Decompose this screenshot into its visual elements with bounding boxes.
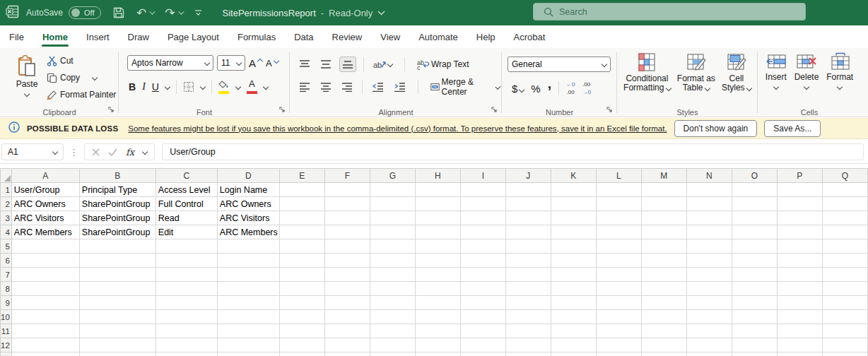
cell-G10[interactable] [370, 310, 415, 324]
cell-C10[interactable] [156, 310, 217, 324]
cell-J7[interactable] [505, 268, 551, 282]
cell-E5[interactable] [279, 239, 324, 254]
cell-N12[interactable] [686, 338, 732, 352]
cell-D3[interactable]: ARC Visitors [217, 211, 279, 225]
delete-cells-dropdown-icon[interactable] [804, 84, 809, 90]
cell-H13[interactable] [415, 352, 460, 356]
cell-E10[interactable] [279, 310, 324, 324]
cell-E9[interactable] [279, 296, 324, 310]
cell-D2[interactable]: ARC Owners [217, 197, 279, 211]
column-header-N[interactable]: N [686, 169, 732, 183]
row-header-4[interactable]: 4 [1, 225, 12, 239]
cell-M10[interactable] [641, 310, 686, 324]
cell-B11[interactable] [79, 324, 156, 338]
cell-J8[interactable] [505, 282, 551, 296]
increase-indent-button[interactable] [392, 80, 408, 94]
cell-G1[interactable] [370, 183, 415, 197]
row-header-8[interactable]: 8 [1, 282, 12, 296]
cell-K3[interactable] [551, 211, 596, 225]
insert-function-button[interactable]: fx [126, 147, 134, 158]
cell-P3[interactable] [777, 211, 822, 225]
cell-D9[interactable] [217, 296, 279, 310]
warning-message-link[interactable]: Some features might be lost if you save … [128, 124, 667, 133]
copy-dropdown-icon[interactable] [92, 75, 98, 81]
percent-format-button[interactable]: % [531, 83, 540, 95]
cell-O5[interactable] [732, 239, 777, 254]
cell-L5[interactable] [596, 239, 641, 254]
cell-G13[interactable] [370, 352, 415, 356]
cell-A12[interactable] [11, 338, 79, 352]
tab-acrobat[interactable]: Acrobat [505, 25, 555, 48]
cell-D5[interactable] [217, 239, 279, 254]
cell-H6[interactable] [415, 254, 460, 268]
copy-button[interactable]: Copy [47, 69, 116, 86]
cell-C12[interactable] [156, 338, 217, 352]
formula-bar-input[interactable]: User/Group [162, 143, 864, 160]
select-all-button[interactable] [1, 169, 12, 183]
column-header-F[interactable]: F [324, 169, 370, 183]
underline-dropdown-icon[interactable] [165, 84, 170, 90]
cell-I2[interactable] [460, 197, 505, 211]
cell-A13[interactable] [11, 352, 79, 356]
cell-J4[interactable] [505, 225, 551, 239]
row-header-5[interactable]: 5 [1, 239, 12, 254]
cell-I12[interactable] [460, 338, 505, 352]
cell-E11[interactable] [279, 324, 324, 338]
cell-F6[interactable] [324, 254, 370, 268]
cell-M8[interactable] [641, 282, 686, 296]
cell-M9[interactable] [641, 296, 686, 310]
cell-J2[interactable] [505, 197, 551, 211]
number-dialog-launcher-icon[interactable] [606, 105, 613, 115]
cell-L3[interactable] [596, 211, 641, 225]
cell-I7[interactable] [460, 268, 505, 282]
cell-G4[interactable] [370, 225, 415, 239]
cell-F10[interactable] [324, 310, 370, 324]
cell-O12[interactable] [732, 338, 777, 352]
cell-Q13[interactable] [822, 352, 867, 356]
cell-G8[interactable] [370, 282, 415, 296]
cell-E7[interactable] [279, 268, 324, 282]
cell-H8[interactable] [415, 282, 460, 296]
cell-P7[interactable] [777, 268, 822, 282]
column-header-C[interactable]: C [156, 169, 217, 183]
cell-C13[interactable] [156, 352, 217, 356]
conditional-formatting-dropdown-icon[interactable] [666, 85, 671, 91]
cell-G9[interactable] [370, 296, 415, 310]
customize-quick-access-icon[interactable] [194, 8, 203, 17]
save-button[interactable] [112, 6, 125, 19]
row-header-6[interactable]: 6 [1, 254, 12, 268]
cell-I4[interactable] [460, 225, 505, 239]
paste-dropdown-icon[interactable] [24, 91, 30, 97]
cell-E12[interactable] [279, 338, 324, 352]
cell-C7[interactable] [156, 268, 217, 282]
cell-H5[interactable] [415, 239, 460, 254]
cell-D12[interactable] [217, 338, 279, 352]
cell-J3[interactable] [505, 211, 551, 225]
cell-B8[interactable] [79, 282, 156, 296]
cell-Q8[interactable] [822, 282, 867, 296]
cell-Q4[interactable] [822, 225, 867, 239]
cell-I8[interactable] [460, 282, 505, 296]
cell-G2[interactable] [370, 197, 415, 211]
cell-Q6[interactable] [822, 254, 867, 268]
tab-help[interactable]: Help [467, 25, 505, 48]
format-as-table-dropdown-icon[interactable] [705, 85, 710, 91]
cell-N2[interactable] [686, 197, 732, 211]
cell-F1[interactable] [324, 183, 370, 197]
cell-F5[interactable] [324, 239, 370, 254]
save-as-button[interactable]: Save As... [764, 120, 821, 137]
cell-C5[interactable] [156, 239, 217, 254]
cell-B2[interactable]: SharePointGroup [79, 197, 156, 211]
column-header-O[interactable]: O [732, 169, 777, 183]
cell-G11[interactable] [370, 324, 415, 338]
cell-P1[interactable] [777, 183, 822, 197]
cell-J13[interactable] [505, 352, 551, 356]
cell-M1[interactable] [641, 183, 686, 197]
cell-D10[interactable] [217, 310, 279, 324]
cell-C4[interactable]: Edit [156, 225, 217, 239]
cell-P11[interactable] [777, 324, 822, 338]
row-header-7[interactable]: 7 [1, 268, 12, 282]
cancel-icon[interactable] [92, 148, 100, 156]
cell-G7[interactable] [370, 268, 415, 282]
cell-A1[interactable]: User/Group [11, 183, 79, 197]
